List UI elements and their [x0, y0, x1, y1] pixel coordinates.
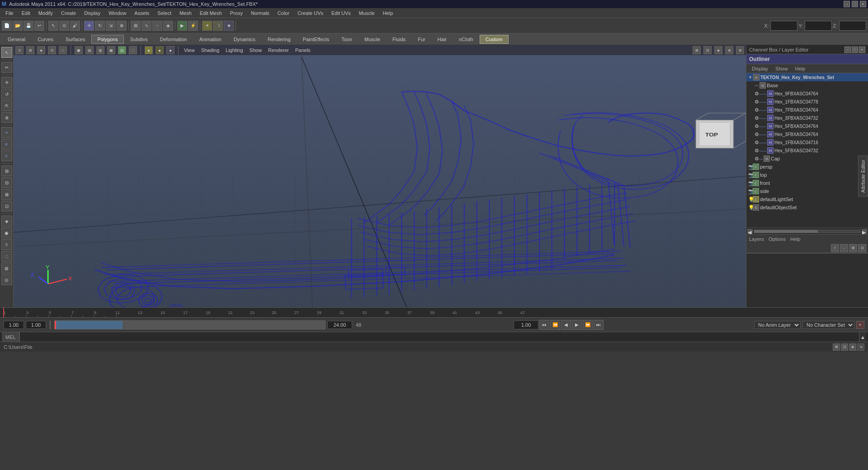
layer-btn-4[interactable]: ⊡ [858, 244, 866, 252]
misc1-btn[interactable]: ◈ [1, 216, 12, 226]
snap-grid-btn[interactable]: ⊞ [131, 21, 141, 31]
cmd-arrow-btn[interactable]: ▲ [859, 332, 866, 342]
tab-toon[interactable]: Toon [335, 35, 358, 44]
menu-color[interactable]: Color [274, 9, 293, 17]
outliner-item-front[interactable]: 📷 C front [746, 179, 868, 187]
menu-assets[interactable]: Assets [131, 9, 153, 17]
range-end-display[interactable] [26, 321, 46, 329]
vp-icon-1[interactable]: ⊙ [15, 46, 24, 54]
bottom-icon-2[interactable]: ⊡ [841, 343, 848, 351]
outliner-item-cap[interactable]: ⚙ — G Cap [746, 155, 868, 163]
go-start-btn[interactable]: ⏮ [539, 320, 549, 330]
auto-key-btn[interactable]: K [856, 321, 864, 329]
attr2-btn[interactable]: ⊟ [1, 177, 12, 188]
menu-select[interactable]: Select [154, 9, 175, 17]
outliner-item-default-light-set[interactable]: 💡 L defaultLightSet [746, 195, 868, 203]
outliner-item-hex9[interactable]: ⚙ —— M Hex_9FBXASC04764 [746, 89, 868, 98]
vp-icon-3[interactable]: ◈ [37, 46, 45, 54]
outliner-item-hex3f-764[interactable]: ⚙ —— M Hex_3FBXASC04764 [746, 130, 868, 138]
menu-muscle[interactable]: Muscle [355, 9, 378, 17]
step-back-btn[interactable]: ⏪ [550, 320, 560, 330]
outliner-item-hex7[interactable]: ⚙ —— M Hex_7FBXASC04764 [746, 106, 868, 114]
menu-edit-mesh[interactable]: Edit Mesh [196, 9, 226, 17]
title-bar-right[interactable]: − □ × [844, 1, 866, 7]
scroll-thumb[interactable] [754, 230, 818, 233]
char-set-dropdown[interactable]: No Character Set [802, 321, 854, 329]
rotate-btn[interactable]: ↺ [1, 89, 12, 99]
menu-create-uvs[interactable]: Create UVs [294, 9, 327, 17]
outliner-item-hex5-764[interactable]: ⚙ —— M Hex_5FBXASC04764 [746, 122, 868, 130]
vp-icon-4[interactable]: ⊡ [48, 46, 56, 54]
viewport[interactable]: ⊙ ⊞ ◈ ⊡ □ ▣ ▤ ▥ ▦ ▨ ⬚ ● ● ● View Shading… [14, 45, 746, 307]
scroll-right-btn[interactable]: ▶ [862, 229, 867, 234]
layers-btn[interactable]: Layers [749, 236, 764, 242]
vp-icon-5[interactable]: □ [59, 46, 67, 54]
vp-icon-11[interactable]: ⬚ [129, 46, 137, 54]
attr4-btn[interactable]: ⊡ [1, 201, 12, 212]
range-start-input[interactable] [4, 321, 24, 329]
outliner-item-top[interactable]: 📷 C top [746, 171, 868, 179]
x-input[interactable] [770, 21, 797, 31]
vp-menu-shading[interactable]: Shading [199, 47, 221, 53]
rotate-tool-btn[interactable]: ↻ [95, 21, 105, 31]
snap-curve-btn[interactable]: ∿ [142, 21, 151, 31]
scroll-left-btn[interactable]: ◀ [747, 229, 753, 234]
tab-deformation[interactable]: Deformation [154, 35, 193, 44]
vp-icon-right-1[interactable]: ⊞ [693, 46, 701, 54]
menu-window[interactable]: Window [105, 9, 130, 17]
right-panel-close[interactable]: × [859, 47, 865, 53]
attr3-btn[interactable]: ⊠ [1, 189, 12, 200]
light-btn1[interactable]: ☀ [202, 21, 212, 31]
vp-menu-view[interactable]: View [182, 47, 197, 53]
scroll-track[interactable] [754, 230, 861, 233]
tab-dynamics[interactable]: Dynamics [228, 35, 261, 44]
new-file-btn[interactable]: 📄 [2, 21, 12, 31]
current-time-input[interactable] [514, 320, 538, 329]
tab-hair[interactable]: Hair [432, 35, 453, 44]
misc5-btn[interactable]: ◍ [1, 263, 12, 273]
manip-btn[interactable]: ⊕ [1, 112, 12, 123]
layer-btn-1[interactable]: + [831, 244, 839, 252]
vp-icon-10[interactable]: ▨ [118, 46, 126, 54]
ipr-render-btn[interactable]: ⚡ [188, 21, 198, 31]
vp-light-2[interactable]: ● [156, 46, 164, 54]
menu-normals[interactable]: Normals [247, 9, 273, 17]
anim-layer-dropdown[interactable]: No Anim Layer [754, 321, 801, 329]
tab-rendering[interactable]: Rendering [262, 35, 297, 44]
vp-icon-right-3[interactable]: ◈ [714, 46, 722, 54]
save-file-btn[interactable]: 💾 [24, 21, 33, 31]
bottom-icon-3[interactable]: ◈ [849, 343, 856, 351]
light-btn2[interactable]: ☽ [213, 21, 223, 31]
outliner-item-hex5-732[interactable]: ⚙ —— M Hex_5FBXASC04732 [746, 146, 868, 155]
vp-light-3[interactable]: ● [166, 46, 175, 54]
layer-btn-3[interactable]: ⊞ [849, 244, 857, 252]
tab-fur[interactable]: Fur [412, 35, 431, 44]
misc6-btn[interactable]: ◎ [1, 274, 12, 285]
outliner-item-base[interactable]: — G Base [746, 81, 868, 89]
outliner-menu-display[interactable]: Display [749, 66, 771, 71]
timeline-ruler-svg[interactable]: 1 3 5 7 9 11 13 15 17 19 21 23 25 27 29 … [0, 308, 868, 318]
attribute-editor-tab[interactable]: Attribute Editor [858, 156, 868, 197]
vp-icon-9[interactable]: ▦ [107, 46, 115, 54]
tab-ncloth[interactable]: nCloth [453, 35, 479, 44]
window-resize-icon[interactable]: ⇲ [857, 343, 864, 351]
move-tool-btn[interactable]: ✛ [84, 21, 94, 31]
vp-menu-panels[interactable]: Panels [293, 47, 312, 53]
select-arrow-btn[interactable]: ↖ [1, 47, 12, 58]
z-input[interactable] [839, 21, 866, 31]
misc2-btn[interactable]: ◉ [1, 227, 12, 238]
outliner-item-default-object-set[interactable]: 💡 S defaultObjectSet [746, 203, 868, 212]
vp-light-1[interactable]: ● [145, 46, 153, 54]
vp-icon-8[interactable]: ▥ [96, 46, 104, 54]
vp-menu-show[interactable]: Show [248, 47, 264, 53]
face-btn[interactable]: F [1, 150, 12, 161]
menu-mesh[interactable]: Mesh [176, 9, 195, 17]
attr1-btn[interactable]: ⊞ [1, 165, 12, 176]
tab-painteffects[interactable]: PaintEffects [297, 35, 335, 44]
help-btn[interactable]: Help [790, 236, 801, 242]
vp-menu-renderer[interactable]: Renderer [266, 47, 291, 53]
menu-edit[interactable]: Edit [18, 9, 34, 17]
command-input[interactable] [20, 334, 859, 340]
snap-surface-btn[interactable]: ◈ [163, 21, 173, 31]
universal-manip-btn[interactable]: ⊕ [117, 21, 127, 31]
